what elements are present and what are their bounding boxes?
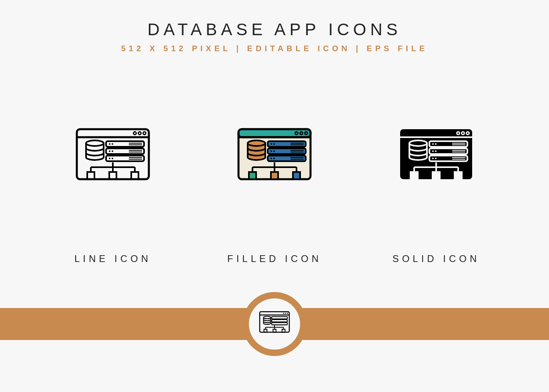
svg-rect-60 xyxy=(293,172,300,179)
solid-icon-cell xyxy=(372,125,500,189)
database-app-filled-icon xyxy=(236,125,313,189)
svg-point-43 xyxy=(270,150,272,152)
svg-rect-59 xyxy=(271,172,278,179)
svg-point-14 xyxy=(112,158,113,159)
database-app-solid-icon xyxy=(398,125,474,189)
svg-point-70 xyxy=(432,143,434,145)
svg-rect-99 xyxy=(272,322,287,325)
svg-rect-27 xyxy=(109,172,116,179)
svg-point-3 xyxy=(138,132,141,135)
svg-point-9 xyxy=(109,143,110,145)
svg-rect-89 xyxy=(455,172,462,179)
svg-point-44 xyxy=(273,150,275,152)
svg-point-37 xyxy=(248,140,265,146)
svg-point-74 xyxy=(432,158,434,159)
svg-point-96 xyxy=(263,316,270,319)
labels-row: LINE ICON FILLED ICON SOLID ICON xyxy=(0,253,549,264)
icons-row xyxy=(0,125,549,189)
svg-point-41 xyxy=(270,143,272,145)
svg-point-72 xyxy=(432,150,434,152)
svg-point-93 xyxy=(283,313,284,314)
database-app-line-icon xyxy=(75,125,151,189)
svg-point-2 xyxy=(134,132,136,135)
solid-icon-label: SOLID ICON xyxy=(372,253,500,264)
svg-point-10 xyxy=(112,143,113,145)
svg-rect-28 xyxy=(131,172,138,179)
svg-rect-58 xyxy=(249,172,256,179)
line-icon-label: LINE ICON xyxy=(49,253,177,264)
svg-point-4 xyxy=(143,132,146,135)
svg-rect-88 xyxy=(433,172,440,179)
svg-point-13 xyxy=(109,158,110,159)
filled-icon-label: FILLED ICON xyxy=(210,253,339,264)
svg-point-95 xyxy=(287,313,288,314)
badge-circle-inner xyxy=(249,298,300,350)
svg-point-12 xyxy=(112,150,113,152)
page-title: DATABASE APP ICONS xyxy=(0,20,549,39)
svg-rect-26 xyxy=(87,172,94,179)
svg-rect-87 xyxy=(411,172,418,179)
svg-point-5 xyxy=(86,140,104,146)
svg-point-42 xyxy=(273,143,275,145)
page-subtitle: 512 X 512 PIXEL | EDITABLE ICON | EPS FI… xyxy=(0,44,549,53)
badge-circle xyxy=(242,292,307,356)
svg-rect-97 xyxy=(272,317,287,319)
line-icon-cell xyxy=(49,125,177,189)
svg-point-71 xyxy=(435,143,437,145)
svg-point-73 xyxy=(435,150,437,152)
svg-point-11 xyxy=(109,150,110,152)
svg-point-46 xyxy=(273,158,275,159)
svg-point-45 xyxy=(270,158,272,159)
svg-rect-98 xyxy=(272,320,287,322)
database-app-mini-icon xyxy=(259,311,290,337)
svg-point-94 xyxy=(285,313,286,314)
filled-icon-cell xyxy=(210,125,339,189)
svg-point-75 xyxy=(435,158,437,159)
